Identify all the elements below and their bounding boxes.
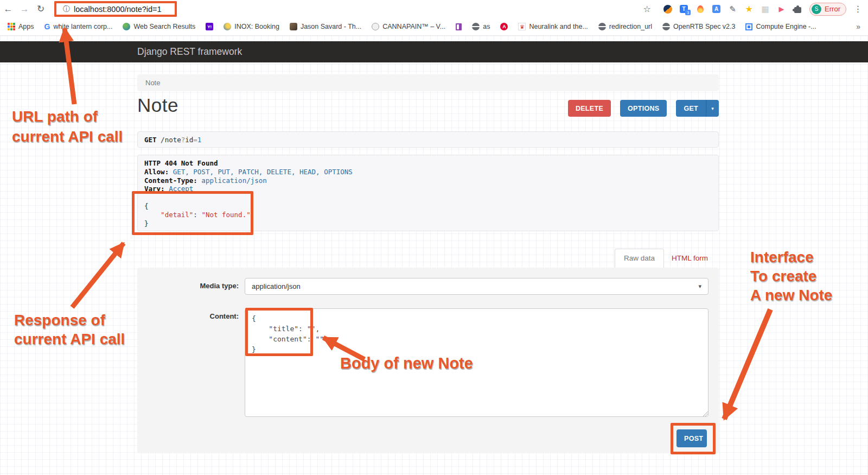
globe-icon <box>472 23 480 30</box>
profile-error-badge[interactable]: S Error <box>809 3 846 16</box>
bookmark-item[interactable]: CANNAPAIN™ – V... <box>372 23 445 30</box>
bookmark-item[interactable]: ♛ Neuralink and the... <box>518 23 588 30</box>
avatar-icon <box>290 23 297 30</box>
google-g-icon: G <box>44 22 50 31</box>
media-type-label: Media type: <box>137 282 239 290</box>
yahoo-icon: Y! <box>206 23 213 30</box>
response-block: HTTP 404 Not Found Allow: GET, POST, PUT… <box>137 155 719 231</box>
flame-icon <box>697 5 704 13</box>
bookmark-item[interactable]: as <box>472 23 490 30</box>
flame-extension-icon[interactable] <box>695 4 705 14</box>
bookmark-star-icon[interactable]: ☆ <box>642 4 652 14</box>
browser-menu-icon[interactable]: ⋮ <box>853 4 863 14</box>
get-dropdown-caret-icon[interactable]: ▾ <box>706 100 719 117</box>
bookmark-item[interactable]: Y! <box>206 23 213 30</box>
pattern-grid-extension-icon[interactable]: ▦ <box>761 4 770 14</box>
swirl-icon <box>663 5 672 14</box>
browser-toolbar: ← → ↻ ⓘ localhost:8000/note?id=1 ☆ T 3 A… <box>0 0 868 18</box>
bookmark-item[interactable]: OpenRTB Spec v2.3 <box>662 23 735 30</box>
puzzle-icon <box>794 7 801 13</box>
error-label: Error <box>825 5 840 13</box>
options-button[interactable]: OPTIONS <box>620 100 667 117</box>
title-row: Note DELETE OPTIONS GET ▾ <box>137 94 719 119</box>
globe-icon <box>598 23 606 30</box>
page-title: Note <box>137 94 178 116</box>
media-type-select[interactable]: application/json ▾ <box>245 278 709 295</box>
globe-icon <box>662 23 670 30</box>
reload-icon[interactable]: ↻ <box>33 3 49 15</box>
breadcrumb: Note <box>137 74 719 91</box>
toolbar-extensions: ☆ T 3 A ✎ ★ ▦ ▶ S Error ⋮ <box>642 0 863 18</box>
crown-card-icon: ♛ <box>518 23 526 30</box>
profile-avatar: S <box>812 4 821 14</box>
bookmark-item[interactable]: Jason Savard - Th... <box>290 23 361 30</box>
bookmark-item[interactable]: A <box>500 23 508 30</box>
eyedropper-icon[interactable]: ✎ <box>728 4 737 14</box>
tab-html-form[interactable]: HTML form <box>664 249 716 268</box>
response-json-key: "detail" <box>144 211 193 219</box>
chevron-down-icon: ▾ <box>698 283 701 290</box>
address-bar[interactable]: ⓘ localhost:8000/note?id=1 <box>54 1 177 17</box>
gold-star-extension-icon[interactable]: ★ <box>744 4 754 14</box>
action-buttons: DELETE OPTIONS GET ▾ <box>568 100 719 117</box>
breadcrumb-note: Note <box>145 79 160 87</box>
bookmark-apps[interactable]: Apps <box>8 23 34 30</box>
form-tabs: Raw data HTML form <box>137 248 719 268</box>
request-method: GET <box>144 136 157 144</box>
response-status: HTTP 404 Not Found <box>144 159 218 167</box>
content-textarea[interactable]: { "title": "", "content": "" } <box>245 308 709 417</box>
drf-navbar: Django REST framework <box>0 41 868 62</box>
content-label: Content: <box>137 312 239 320</box>
globe-ball-icon <box>123 23 130 30</box>
site-info-icon[interactable]: ⓘ <box>63 4 70 14</box>
textarea-resize-handle[interactable] <box>703 411 708 416</box>
bookmarks-overflow-icon[interactable]: » <box>856 22 860 31</box>
response-json-value: "Not found." <box>201 211 250 219</box>
get-button-group: GET ▾ <box>676 100 719 117</box>
drf-brand-link[interactable]: Django REST framework <box>137 46 242 58</box>
play-arrow-extension-icon[interactable]: ▶ <box>777 4 786 14</box>
angular-icon: A <box>500 23 508 30</box>
forward-icon[interactable]: → <box>16 4 33 15</box>
translate-icon: A <box>712 5 720 13</box>
swirl-extension-icon[interactable] <box>663 4 672 14</box>
bookmarks-bar: Apps G white lantern corp... Web Search … <box>0 18 868 36</box>
post-button[interactable]: POST <box>676 429 707 447</box>
t-badge-count: 3 <box>685 10 691 15</box>
globe-color-icon <box>224 23 231 30</box>
exit-door-icon <box>456 23 462 30</box>
url-text: localhost:8000/note?id=1 <box>74 5 162 14</box>
request-line: GET /note?id=1 <box>137 131 719 148</box>
page-background: Django REST framework Note Note DELETE O… <box>0 36 868 475</box>
bookmark-item[interactable]: redirection_url <box>598 23 652 30</box>
apps-grid-icon <box>8 23 15 30</box>
bookmark-item[interactable]: Compute Engine -... <box>745 23 816 30</box>
bookmark-item[interactable]: INOX: Booking <box>224 23 279 30</box>
get-button[interactable]: GET <box>676 100 706 117</box>
t-manager-extension-icon[interactable]: T 3 <box>679 4 688 14</box>
post-form-panel: Media type: application/json ▾ Content: … <box>137 268 719 453</box>
tab-raw-data[interactable]: Raw data <box>615 249 664 268</box>
puzzle-piece-icon[interactable] <box>793 4 802 14</box>
back-icon[interactable]: ← <box>0 4 16 15</box>
gray-circle-icon <box>372 23 379 30</box>
bookmark-item[interactable]: Web Search Results <box>123 23 195 30</box>
bookmark-item[interactable] <box>456 23 462 30</box>
bookmark-item[interactable]: G white lantern corp... <box>44 22 113 31</box>
chip-icon <box>745 23 752 30</box>
delete-button[interactable]: DELETE <box>568 100 611 117</box>
translate-extension-icon[interactable]: A <box>712 4 721 14</box>
